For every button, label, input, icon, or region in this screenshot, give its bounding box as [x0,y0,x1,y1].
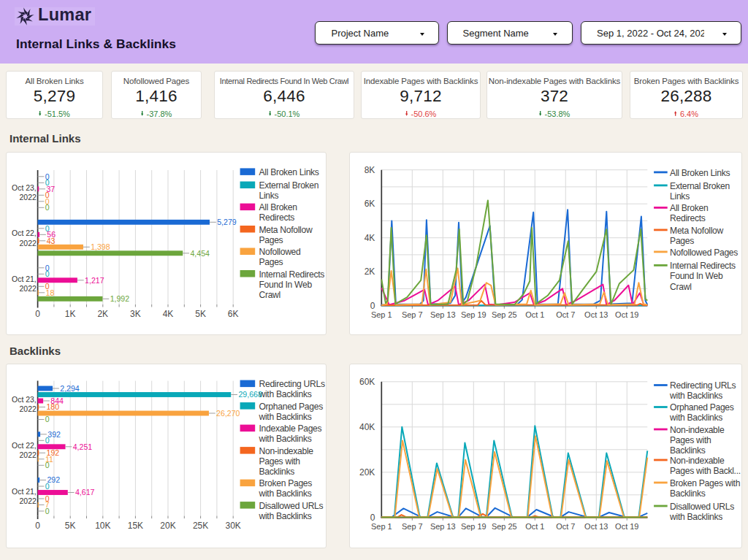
svg-text:Redirects: Redirects [259,212,294,223]
svg-text:Meta Nofollow: Meta Nofollow [670,225,723,235]
svg-text:60K: 60K [359,377,375,387]
svg-text:Sep 1: Sep 1 [371,522,392,531]
svg-text:Backlinks: Backlinks [670,488,706,499]
svg-text:25K: 25K [193,521,208,531]
svg-text:1,398: 1,398 [91,242,110,251]
svg-text:with Backlinks: with Backlinks [258,412,311,422]
svg-text:Internal Redirects: Internal Redirects [670,261,736,271]
svg-text:0: 0 [45,507,50,515]
svg-text:30K: 30K [226,521,241,531]
svg-text:Redirecting URLs: Redirecting URLs [259,379,324,389]
svg-text:2K: 2K [97,309,108,319]
svg-text:6K: 6K [365,199,375,209]
svg-text:Sep 7: Sep 7 [402,522,423,531]
svg-text:Oct 19: Oct 19 [616,522,639,531]
svg-text:Oct 19: Oct 19 [616,310,639,318]
svg-text:Oct 22,: Oct 22, [12,229,37,237]
svg-text:Pages: Pages [670,235,694,245]
svg-text:20K: 20K [359,467,375,477]
svg-text:29,668: 29,668 [238,390,262,399]
svg-text:26,270: 26,270 [216,409,240,418]
svg-text:Crawl: Crawl [259,290,280,300]
svg-text:External Broken: External Broken [670,180,730,191]
svg-text:Nofollowed Pages: Nofollowed Pages [670,247,738,257]
svg-text:0: 0 [45,482,50,491]
svg-text:Sep 25: Sep 25 [492,310,517,318]
svg-text:2022: 2022 [19,405,36,413]
svg-text:Sep 19: Sep 19 [461,310,486,318]
svg-text:4,617: 4,617 [75,488,95,496]
svg-text:5K: 5K [195,309,206,319]
svg-text:Backlinks: Backlinks [670,445,706,456]
svg-text:5K: 5K [65,521,76,531]
svg-text:0: 0 [370,300,375,310]
svg-text:External Broken: External Broken [259,180,318,191]
svg-text:Oct 22,: Oct 22, [12,442,37,450]
svg-text:Pages with: Pages with [259,456,299,467]
svg-text:0: 0 [370,513,375,523]
svg-text:3K: 3K [130,309,141,319]
svg-text:20K: 20K [160,521,175,531]
svg-text:with Backlinks: with Backlinks [669,413,722,423]
svg-text:with Backlinks: with Backlinks [669,391,722,401]
svg-text:Sep 19: Sep 19 [461,522,486,531]
svg-text:392: 392 [47,429,61,438]
svg-text:Non-indexable: Non-indexable [259,446,313,456]
svg-text:0: 0 [45,269,50,278]
svg-text:Redirects: Redirects [670,213,706,223]
svg-text:Internal Redirects: Internal Redirects [259,269,324,279]
svg-text:2K: 2K [365,266,375,277]
svg-text:40K: 40K [359,422,375,432]
svg-text:Disallowed URLs: Disallowed URLs [259,501,323,511]
svg-text:2022: 2022 [19,193,36,202]
svg-text:10K: 10K [95,521,110,531]
svg-text:Oct 7: Oct 7 [557,310,576,318]
svg-text:Oct 23,: Oct 23, [12,183,37,191]
svg-text:0: 0 [45,436,50,445]
svg-text:with Backlinks: with Backlinks [258,389,311,399]
svg-text:Pages with Backl...: Pages with Backl... [670,466,741,476]
svg-text:All Broken Links: All Broken Links [259,167,318,177]
svg-text:15K: 15K [128,521,143,531]
svg-text:Found In Web: Found In Web [670,271,723,281]
svg-text:with Backlinks: with Backlinks [258,434,311,444]
svg-text:Sep 1: Sep 1 [371,310,392,318]
svg-text:180: 180 [46,402,59,411]
svg-text:Non-indexable: Non-indexable [670,425,725,435]
svg-text:0: 0 [35,521,40,531]
svg-text:Oct 23,: Oct 23, [12,396,37,404]
svg-text:Broken Pages with: Broken Pages with [670,478,740,488]
svg-text:4K: 4K [365,232,375,242]
svg-text:Oct 1: Oct 1 [526,522,545,531]
svg-text:5,279: 5,279 [217,218,237,226]
svg-text:2022: 2022 [19,239,36,247]
svg-text:Links: Links [670,191,690,201]
svg-text:All Broken: All Broken [670,203,708,213]
svg-text:Backlinks: Backlinks [259,467,294,477]
svg-text:Broken Pages: Broken Pages [259,478,312,488]
svg-text:Oct 1: Oct 1 [526,310,545,318]
svg-text:2022: 2022 [19,497,36,505]
svg-text:0: 0 [45,203,50,212]
svg-text:2022: 2022 [19,451,36,459]
svg-text:Meta Nofollow: Meta Nofollow [259,224,312,234]
svg-text:Pages: Pages [259,234,283,245]
svg-text:with Backlinks: with Backlinks [258,488,311,499]
svg-text:Oct 13: Oct 13 [585,522,608,531]
svg-text:1K: 1K [65,309,76,319]
svg-text:Sep 13: Sep 13 [430,310,456,318]
svg-text:4,454: 4,454 [190,248,210,257]
svg-text:Orphaned Pages: Orphaned Pages [259,402,323,412]
svg-text:1,217: 1,217 [85,275,104,284]
svg-text:Links: Links [259,191,278,201]
svg-text:All Broken Links: All Broken Links [670,167,730,177]
svg-text:Redirecting URLs: Redirecting URLs [670,380,736,391]
svg-text:6K: 6K [228,309,239,319]
svg-text:Non-indexable: Non-indexable [670,456,725,466]
svg-text:Sep 25: Sep 25 [492,522,517,531]
svg-text:4,251: 4,251 [73,442,93,450]
svg-text:Oct 21,: Oct 21, [12,487,37,495]
svg-text:Pages with: Pages with [670,435,711,445]
svg-text:8K: 8K [365,164,375,174]
svg-text:Oct 7: Oct 7 [557,522,576,531]
